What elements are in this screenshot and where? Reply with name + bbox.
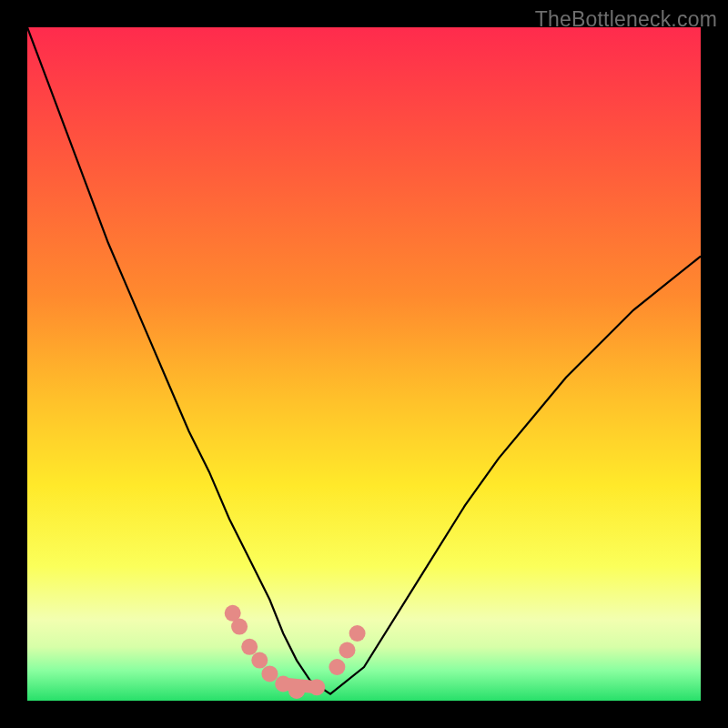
marker-dot xyxy=(251,652,268,669)
marker-dot xyxy=(241,639,258,655)
marker-dot xyxy=(231,619,248,635)
plot-area xyxy=(27,27,701,701)
marker-dot xyxy=(349,625,366,642)
curve-flat-segment xyxy=(283,684,317,688)
watermark-text: TheBottleneck.com xyxy=(535,7,717,32)
curve-line xyxy=(27,27,701,694)
marker-dot xyxy=(261,665,278,682)
chart-frame: TheBottleneck.com xyxy=(0,0,728,728)
marker-dot xyxy=(329,659,345,675)
marker-dot xyxy=(339,642,356,659)
bottleneck-curve xyxy=(27,27,701,701)
